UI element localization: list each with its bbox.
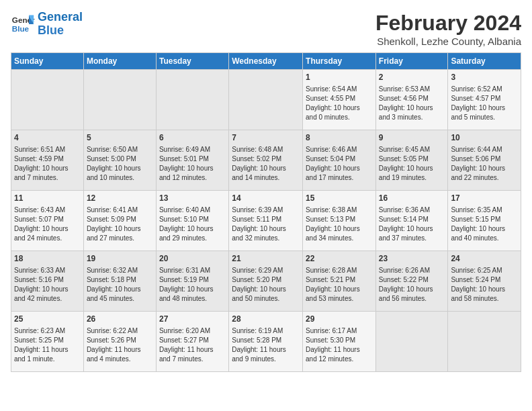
day-info: Sunrise: 6:54 AM Sunset: 4:55 PM Dayligh… (306, 85, 373, 122)
calendar-cell: 3Sunrise: 6:52 AM Sunset: 4:57 PM Daylig… (448, 70, 521, 130)
day-number: 1 (306, 72, 373, 83)
day-number: 18 (14, 253, 81, 265)
day-number: 20 (159, 253, 226, 265)
day-info: Sunrise: 6:23 AM Sunset: 5:25 PM Dayligh… (14, 326, 81, 364)
day-number: 11 (14, 193, 81, 204)
day-info: Sunrise: 6:32 AM Sunset: 5:18 PM Dayligh… (87, 266, 153, 304)
day-info: Sunrise: 6:43 AM Sunset: 5:07 PM Dayligh… (14, 205, 81, 243)
day-number: 5 (87, 132, 153, 144)
calendar-cell: 25Sunrise: 6:23 AM Sunset: 5:25 PM Dayli… (11, 312, 84, 372)
calendar-cell: 22Sunrise: 6:28 AM Sunset: 5:21 PM Dayli… (303, 251, 376, 312)
calendar-cell: 16Sunrise: 6:36 AM Sunset: 5:14 PM Dayli… (375, 191, 448, 251)
day-info: Sunrise: 6:35 AM Sunset: 5:15 PM Dayligh… (451, 205, 518, 243)
header-saturday: Saturday (448, 53, 521, 70)
day-number: 4 (14, 132, 81, 144)
day-number: 26 (87, 314, 153, 325)
calendar-cell: 27Sunrise: 6:20 AM Sunset: 5:27 PM Dayli… (156, 312, 228, 372)
day-number: 8 (306, 132, 373, 144)
calendar-cell: 14Sunrise: 6:39 AM Sunset: 5:11 PM Dayli… (229, 191, 303, 251)
week-row-5: 25Sunrise: 6:23 AM Sunset: 5:25 PM Dayli… (11, 312, 521, 372)
day-info: Sunrise: 6:46 AM Sunset: 5:04 PM Dayligh… (306, 145, 373, 183)
day-info: Sunrise: 6:49 AM Sunset: 5:01 PM Dayligh… (159, 145, 226, 183)
day-info: Sunrise: 6:38 AM Sunset: 5:13 PM Dayligh… (306, 205, 373, 243)
day-info: Sunrise: 6:22 AM Sunset: 5:26 PM Dayligh… (87, 326, 153, 364)
calendar-cell: 10Sunrise: 6:44 AM Sunset: 5:06 PM Dayli… (448, 130, 521, 191)
day-number: 13 (159, 193, 226, 204)
logo-text: General Blue (38, 11, 83, 38)
calendar-cell: 6Sunrise: 6:49 AM Sunset: 5:01 PM Daylig… (156, 130, 228, 191)
day-number: 23 (379, 253, 445, 265)
day-number: 27 (159, 314, 226, 325)
day-number: 12 (87, 193, 153, 204)
logo-line2: Blue (38, 24, 64, 37)
day-number: 15 (306, 193, 373, 204)
day-info: Sunrise: 6:36 AM Sunset: 5:14 PM Dayligh… (379, 205, 445, 243)
day-number: 10 (451, 132, 518, 144)
calendar-cell: 13Sunrise: 6:40 AM Sunset: 5:10 PM Dayli… (156, 191, 228, 251)
day-info: Sunrise: 6:26 AM Sunset: 5:22 PM Dayligh… (379, 266, 445, 304)
calendar-cell: 8Sunrise: 6:46 AM Sunset: 5:04 PM Daylig… (303, 130, 376, 191)
calendar-title: February 2024 (375, 11, 521, 36)
logo: General Blue General Blue (11, 11, 83, 38)
calendar-cell: 11Sunrise: 6:43 AM Sunset: 5:07 PM Dayli… (11, 191, 84, 251)
header-sunday: Sunday (11, 53, 84, 70)
weekday-header-row: Sunday Monday Tuesday Wednesday Thursday… (11, 53, 521, 70)
calendar-cell: 26Sunrise: 6:22 AM Sunset: 5:26 PM Dayli… (83, 312, 156, 372)
logo-icon: General Blue (11, 12, 35, 36)
day-number: 29 (306, 314, 373, 325)
day-info: Sunrise: 6:28 AM Sunset: 5:21 PM Dayligh… (306, 266, 373, 304)
calendar-cell: 19Sunrise: 6:32 AM Sunset: 5:18 PM Dayli… (83, 251, 156, 312)
calendar-cell: 23Sunrise: 6:26 AM Sunset: 5:22 PM Dayli… (375, 251, 448, 312)
day-number: 28 (232, 314, 300, 325)
header-wednesday: Wednesday (229, 53, 303, 70)
calendar-cell: 15Sunrise: 6:38 AM Sunset: 5:13 PM Dayli… (303, 191, 376, 251)
day-number: 9 (379, 132, 445, 144)
day-info: Sunrise: 6:50 AM Sunset: 5:00 PM Dayligh… (87, 145, 153, 183)
day-info: Sunrise: 6:17 AM Sunset: 5:30 PM Dayligh… (306, 326, 373, 364)
day-number: 14 (232, 193, 300, 204)
page-header: General Blue General Blue February 2024 … (11, 11, 521, 47)
calendar-cell: 20Sunrise: 6:31 AM Sunset: 5:19 PM Dayli… (156, 251, 228, 312)
day-number: 6 (159, 132, 226, 144)
day-number: 22 (306, 253, 373, 265)
svg-text:Blue: Blue (12, 24, 30, 33)
day-info: Sunrise: 6:51 AM Sunset: 4:59 PM Dayligh… (14, 145, 81, 183)
calendar-cell: 21Sunrise: 6:29 AM Sunset: 5:20 PM Dayli… (229, 251, 303, 312)
calendar-cell (11, 70, 84, 130)
day-info: Sunrise: 6:40 AM Sunset: 5:10 PM Dayligh… (159, 205, 226, 243)
calendar-subtitle: Shenkoll, Lezhe County, Albania (375, 36, 521, 47)
header-thursday: Thursday (303, 53, 376, 70)
header-friday: Friday (375, 53, 448, 70)
calendar-cell: 2Sunrise: 6:53 AM Sunset: 4:56 PM Daylig… (375, 70, 448, 130)
day-info: Sunrise: 6:48 AM Sunset: 5:02 PM Dayligh… (232, 145, 300, 183)
day-info: Sunrise: 6:45 AM Sunset: 5:05 PM Dayligh… (379, 145, 445, 183)
day-info: Sunrise: 6:52 AM Sunset: 4:57 PM Dayligh… (451, 85, 518, 122)
calendar-cell: 24Sunrise: 6:25 AM Sunset: 5:24 PM Dayli… (448, 251, 521, 312)
week-row-3: 11Sunrise: 6:43 AM Sunset: 5:07 PM Dayli… (11, 191, 521, 251)
header-monday: Monday (83, 53, 156, 70)
title-block: February 2024 Shenkoll, Lezhe County, Al… (375, 11, 521, 47)
day-number: 25 (14, 314, 81, 325)
calendar-cell (448, 312, 521, 372)
day-info: Sunrise: 6:31 AM Sunset: 5:19 PM Dayligh… (159, 266, 226, 304)
calendar-cell: 9Sunrise: 6:45 AM Sunset: 5:05 PM Daylig… (375, 130, 448, 191)
week-row-1: 1Sunrise: 6:54 AM Sunset: 4:55 PM Daylig… (11, 70, 521, 130)
day-number: 7 (232, 132, 300, 144)
week-row-4: 18Sunrise: 6:33 AM Sunset: 5:16 PM Dayli… (11, 251, 521, 312)
calendar-cell (375, 312, 448, 372)
calendar-cell: 7Sunrise: 6:48 AM Sunset: 5:02 PM Daylig… (229, 130, 303, 191)
calendar-table: Sunday Monday Tuesday Wednesday Thursday… (11, 52, 521, 372)
day-number: 3 (451, 72, 518, 83)
day-number: 24 (451, 253, 518, 265)
day-info: Sunrise: 6:44 AM Sunset: 5:06 PM Dayligh… (451, 145, 518, 183)
calendar-cell (83, 70, 156, 130)
day-number: 21 (232, 253, 300, 265)
calendar-cell: 28Sunrise: 6:19 AM Sunset: 5:28 PM Dayli… (229, 312, 303, 372)
calendar-cell: 1Sunrise: 6:54 AM Sunset: 4:55 PM Daylig… (303, 70, 376, 130)
week-row-2: 4Sunrise: 6:51 AM Sunset: 4:59 PM Daylig… (11, 130, 521, 191)
day-info: Sunrise: 6:25 AM Sunset: 5:24 PM Dayligh… (451, 266, 518, 304)
header-tuesday: Tuesday (156, 53, 228, 70)
day-number: 16 (379, 193, 445, 204)
day-info: Sunrise: 6:41 AM Sunset: 5:09 PM Dayligh… (87, 205, 153, 243)
day-info: Sunrise: 6:20 AM Sunset: 5:27 PM Dayligh… (159, 326, 226, 364)
